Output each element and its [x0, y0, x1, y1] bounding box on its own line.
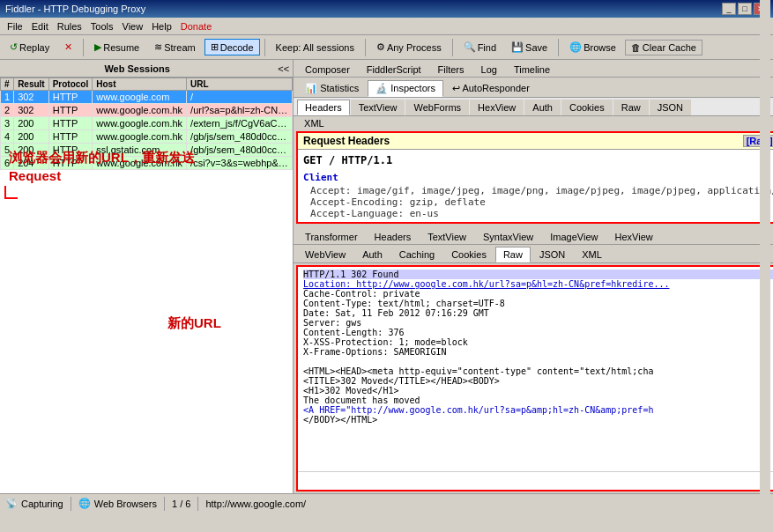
tab-auth-resp[interactable]: Auth [354, 247, 390, 262]
tab-log[interactable]: Log [473, 62, 505, 77]
decode-button[interactable]: ⊞ Decode [204, 39, 260, 55]
separator-4 [452, 39, 453, 56]
tab-raw[interactable]: Raw [613, 100, 649, 115]
tab-caching[interactable]: Caching [391, 247, 442, 262]
response-text[interactable]: HTTP/1.1 302 Found Location: http://www.… [298, 267, 773, 471]
capture-status: 📡 Capturing [5, 498, 63, 509]
save-button[interactable]: 💾 Save [505, 39, 554, 55]
menu-tools[interactable]: Tools [87, 20, 117, 33]
col-host: Host [93, 78, 187, 91]
menu-view[interactable]: View [119, 20, 147, 33]
table-row[interactable]: 4 200 HTTP www.google.com.hk /gb/js/sem_… [1, 130, 293, 144]
separator-2 [264, 39, 265, 56]
menu-edit[interactable]: Edit [28, 20, 52, 33]
tab-filters[interactable]: Filters [430, 62, 472, 77]
right-panel: Composer FiddlerScript Filters Log Timel… [294, 60, 773, 493]
status-sep-1 [71, 497, 71, 511]
tab-transformer[interactable]: Transformer [297, 229, 366, 244]
find-icon: 🔍 [464, 41, 476, 53]
table-row[interactable]: 5 200 HTTP ssl.gstatic.com /gb/js/sem_48… [1, 144, 293, 157]
tab-xml-resp[interactable]: XML [574, 247, 610, 262]
response-line-14: The document has moved [303, 395, 773, 405]
inspector-tab-bar: Headers TextView WebForms HexView Auth C… [294, 98, 773, 116]
tab-auth[interactable]: Auth [524, 100, 561, 115]
replay-icon [10, 41, 18, 53]
tab-inspectors[interactable]: 🔬 Inspectors [368, 80, 443, 97]
tab-timeline[interactable]: Timeline [506, 62, 558, 77]
resume-button[interactable]: ▶ Resume [88, 39, 145, 55]
toolbar: Replay ✕ ▶ Resume ≋ Stream ⊞ Decode Keep… [0, 35, 773, 60]
tab-textview-resp[interactable]: TextView [420, 229, 474, 244]
col-url: URL [187, 78, 293, 91]
capture-icon: 📡 [5, 498, 18, 509]
table-row[interactable]: 1 302 HTTP www.google.com / [1, 91, 293, 104]
x-icon: ✕ [64, 41, 72, 53]
tab-fiddlerscript[interactable]: FiddlerScript [359, 62, 429, 77]
tab-webforms[interactable]: WebForms [405, 100, 469, 115]
menu-help[interactable]: Help [148, 20, 175, 33]
status-sep-2 [164, 497, 165, 511]
tab-hexview[interactable]: HexView [470, 100, 524, 115]
tab-webview[interactable]: WebView [297, 247, 353, 262]
maximize-button[interactable]: □ [738, 3, 752, 15]
status-sep-3 [197, 497, 198, 511]
tab-headers[interactable]: Headers [297, 100, 350, 115]
left-panel: Web Sessions << # Result Protocol Host U… [0, 60, 294, 493]
tab-composer[interactable]: Composer [297, 62, 358, 77]
main-content: Web Sessions << # Result Protocol Host U… [0, 60, 773, 493]
table-row[interactable]: 2 302 HTTP www.google.com.hk /url?sa=p&h… [1, 104, 293, 117]
replay-button[interactable]: Replay [4, 39, 56, 55]
any-process-button[interactable]: ⚙ Any Process [370, 39, 448, 55]
find-button[interactable]: 🔍 Find [457, 39, 502, 55]
menu-bar: File Edit Rules Tools View Help Donate [0, 18, 773, 35]
tab-json-resp[interactable]: JSON [531, 247, 573, 262]
clear-cache-button[interactable]: 🗑 Clear Cache [625, 40, 702, 55]
tab-autoresponder[interactable]: ↩ AutoResponder [444, 80, 538, 97]
response-line-5: Date: Sat, 11 Feb 2012 07:16:29 GMT [303, 308, 773, 318]
status-bar: 📡 Capturing 🌐 Web Browsers 1 / 6 http://… [0, 493, 773, 513]
tab-raw-resp[interactable]: Raw [495, 247, 531, 262]
stream-button[interactable]: ≋ Stream [148, 39, 201, 55]
remove-button[interactable]: ✕ [58, 39, 78, 55]
panel-header: Web Sessions << [0, 60, 293, 78]
tab-json[interactable]: JSON [650, 100, 691, 115]
tab-syntaxview[interactable]: SyntaxView [475, 229, 541, 244]
any-process-icon: ⚙ [376, 41, 385, 53]
menu-donate[interactable]: Donate [177, 20, 215, 33]
stream-icon: ≋ [154, 41, 162, 53]
collapse-button[interactable]: << [274, 63, 293, 74]
autoresponder-icon: ↩ [452, 83, 460, 93]
menu-rules[interactable]: Rules [54, 20, 85, 33]
inspectors-icon: 🔬 [375, 83, 388, 93]
tab-statistics[interactable]: 📊 Statistics [297, 80, 367, 97]
tab-hexview-resp[interactable]: HexView [606, 229, 660, 244]
table-row[interactable]: 6 204 HTTP www.google.com.hk /csi?v=3&s=… [1, 157, 293, 170]
tab-xml[interactable]: XML [296, 116, 332, 129]
col-result: Result [14, 78, 49, 91]
title-bar: Fiddler - HTTP Debugging Proxy _ □ ✕ [0, 0, 773, 18]
tab-textview[interactable]: TextView [351, 100, 405, 115]
response-line-11: <HTML><HEAD><meta http-equiv="content-ty… [303, 366, 773, 376]
col-protocol: Protocol [48, 78, 93, 91]
browser-icon: 🌐 [78, 498, 91, 509]
response-line-16: </BODY></HTML> [303, 415, 773, 425]
response-tab-bar-1: Transformer Headers TextView SyntaxView … [294, 227, 773, 245]
sessions-scroll[interactable]: # Result Protocol Host URL 1 302 HTTP ww [0, 78, 293, 493]
tab-cookies-resp[interactable]: Cookies [443, 247, 494, 262]
response-line-1: HTTP/1.1 302 Found [303, 270, 773, 279]
req-content: GET / HTTP/1.1 Client Accept: image/gif,… [298, 150, 773, 222]
separator-3 [365, 39, 366, 56]
tab-imageview[interactable]: ImageView [542, 229, 606, 244]
tab-headers-resp[interactable]: Headers [367, 229, 420, 244]
decode-icon: ⊞ [211, 41, 219, 53]
keep-sessions-button[interactable]: Keep: All sessions [270, 40, 360, 55]
browse-button[interactable]: 🌐 Browse [563, 39, 622, 55]
separator-1 [83, 39, 84, 56]
top-tab-bar-1: Composer FiddlerScript Filters Log Timel… [294, 60, 773, 78]
table-row[interactable]: 3 200 HTTP www.google.com.hk /extern_js/… [1, 117, 293, 130]
tab-cookies[interactable]: Cookies [561, 100, 613, 115]
minimize-button[interactable]: _ [722, 3, 736, 15]
response-line-6: Server: gws [303, 318, 773, 328]
col-num: # [1, 78, 14, 91]
menu-file[interactable]: File [4, 20, 26, 33]
